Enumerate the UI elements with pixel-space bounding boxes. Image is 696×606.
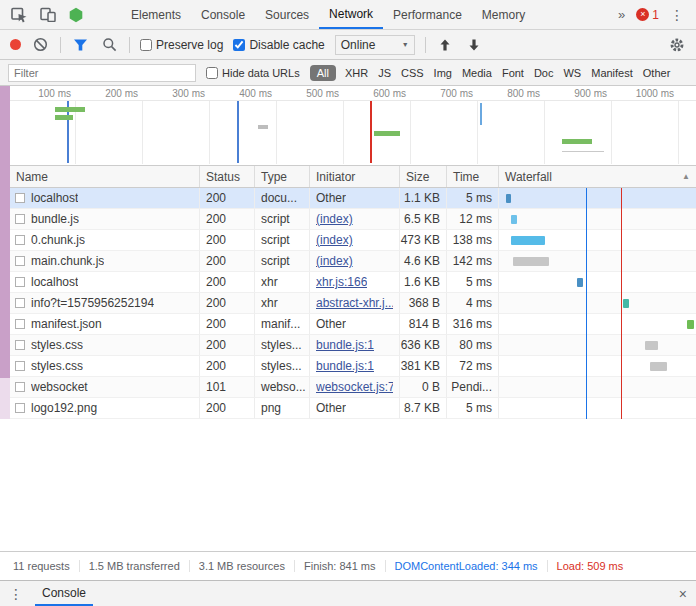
table-row[interactable]: main.chunk.js200script(index)4.6 KB142 m… bbox=[10, 251, 696, 272]
waterfall-guide-load bbox=[621, 188, 622, 419]
file-icon bbox=[15, 382, 25, 392]
device-toolbar-icon[interactable] bbox=[38, 5, 57, 24]
filter-type-img[interactable]: Img bbox=[433, 65, 453, 81]
table-row[interactable]: localhost200docu...Other1.1 KB5 ms bbox=[10, 188, 696, 209]
initiator-link[interactable]: (index) bbox=[316, 233, 353, 247]
initiator-link[interactable]: websocket.js:7 bbox=[316, 380, 393, 394]
hide-data-urls-input[interactable] bbox=[206, 67, 218, 79]
filter-type-all[interactable]: All bbox=[310, 65, 336, 81]
filter-type-css[interactable]: CSS bbox=[400, 65, 425, 81]
overview-mark bbox=[562, 139, 592, 144]
drawer-kebab-menu-icon[interactable]: ⋮ bbox=[9, 586, 23, 602]
table-row[interactable]: manifest.json200manif...Other814 B316 ms bbox=[10, 314, 696, 335]
column-header-status[interactable]: Status bbox=[200, 166, 255, 187]
request-name: localhost bbox=[31, 275, 78, 289]
react-devtools-hexagon-icon[interactable] bbox=[66, 5, 85, 24]
column-header-type[interactable]: Type bbox=[255, 166, 310, 187]
throttling-dropdown[interactable]: Online ▼ bbox=[335, 35, 415, 55]
initiator-link[interactable]: (index) bbox=[316, 254, 353, 268]
filter-funnel-icon[interactable] bbox=[71, 35, 90, 54]
cell-status: 200 bbox=[200, 398, 255, 419]
table-row[interactable]: 0.chunk.js200script(index)473 KB138 ms bbox=[10, 230, 696, 251]
cell-status: 200 bbox=[200, 293, 255, 314]
tab-performance[interactable]: Performance bbox=[383, 0, 472, 29]
column-header-name[interactable]: Name bbox=[10, 166, 200, 187]
cell-initiator: xhr.js:166 bbox=[310, 272, 400, 293]
waterfall-bar bbox=[687, 320, 694, 329]
column-header-time[interactable]: Time bbox=[447, 166, 499, 187]
filter-type-ws[interactable]: WS bbox=[562, 65, 582, 81]
import-har-icon[interactable] bbox=[436, 35, 455, 54]
disable-cache-checkbox[interactable]: Disable cache bbox=[233, 38, 324, 52]
clear-icon[interactable] bbox=[31, 35, 50, 54]
file-icon bbox=[15, 403, 25, 413]
column-header-waterfall[interactable]: Waterfall▲ bbox=[499, 166, 696, 187]
filter-type-manifest[interactable]: Manifest bbox=[590, 65, 634, 81]
cell-initiator: abstract-xhr.j... bbox=[310, 293, 400, 314]
kebab-menu-icon[interactable]: ⋮ bbox=[670, 7, 684, 23]
initiator-link[interactable]: bundle.js:1 bbox=[316, 338, 374, 352]
error-badge[interactable]: × 1 bbox=[636, 8, 659, 22]
filter-type-other[interactable]: Other bbox=[642, 65, 672, 81]
overview-timeline[interactable]: 100 ms200 ms300 ms400 ms500 ms600 ms700 … bbox=[10, 86, 696, 166]
gear-icon[interactable] bbox=[667, 35, 686, 54]
column-header-size[interactable]: Size bbox=[400, 166, 447, 187]
table-row[interactable]: websocket101webso...websocket.js:70 BPen… bbox=[10, 377, 696, 398]
column-header-initiator[interactable]: Initiator bbox=[310, 166, 400, 187]
table-row[interactable]: styles.css200styles...bundle.js:1381 KB7… bbox=[10, 356, 696, 377]
initiator-link[interactable]: (index) bbox=[316, 212, 353, 226]
cell-initiator: Other bbox=[310, 398, 400, 419]
search-icon[interactable] bbox=[100, 35, 119, 54]
table-row[interactable]: styles.css200styles...bundle.js:1636 KB8… bbox=[10, 335, 696, 356]
table-row[interactable]: localhost200xhrxhr.js:1661.6 KB5 ms bbox=[10, 272, 696, 293]
overview-graph bbox=[10, 101, 696, 164]
cell-waterfall bbox=[499, 335, 696, 356]
filter-type-js[interactable]: JS bbox=[377, 65, 392, 81]
tab-elements[interactable]: Elements bbox=[121, 0, 191, 29]
table-row[interactable]: bundle.js200script(index)6.5 KB12 ms bbox=[10, 209, 696, 230]
cell-waterfall bbox=[499, 377, 696, 398]
grid-line bbox=[343, 101, 344, 164]
filter-type-media[interactable]: Media bbox=[461, 65, 493, 81]
table-row[interactable]: logo192.png200pngOther8.7 KB5 ms bbox=[10, 398, 696, 419]
cell-status: 200 bbox=[200, 335, 255, 356]
tab-sources[interactable]: Sources bbox=[255, 0, 319, 29]
cell-initiator: Other bbox=[310, 314, 400, 335]
disable-cache-input[interactable] bbox=[233, 39, 245, 51]
initiator-link[interactable]: abstract-xhr.j... bbox=[316, 296, 393, 310]
filter-type-doc[interactable]: Doc bbox=[533, 65, 555, 81]
ruler-tick-label: 300 ms bbox=[157, 88, 205, 99]
table-row[interactable]: info?t=1575956252194200xhrabstract-xhr.j… bbox=[10, 293, 696, 314]
cell-time: 5 ms bbox=[447, 272, 499, 293]
cell-status: 200 bbox=[200, 251, 255, 272]
drawer-tab-console[interactable]: Console bbox=[35, 581, 93, 606]
record-button[interactable] bbox=[10, 39, 21, 50]
waterfall-guide-dcl bbox=[586, 188, 587, 419]
filter-type-font[interactable]: Font bbox=[501, 65, 525, 81]
filter-input[interactable] bbox=[8, 64, 196, 82]
filter-type-xhr[interactable]: XHR bbox=[344, 65, 369, 81]
cell-name: 0.chunk.js bbox=[10, 230, 200, 251]
file-icon bbox=[15, 277, 25, 287]
more-panels-chevron-icon[interactable]: » bbox=[618, 7, 625, 22]
tab-memory[interactable]: Memory bbox=[472, 0, 535, 29]
tab-network[interactable]: Network bbox=[319, 0, 383, 29]
grid-line bbox=[410, 101, 411, 164]
close-drawer-icon[interactable]: × bbox=[679, 586, 687, 602]
tab-console[interactable]: Console bbox=[191, 0, 255, 29]
cell-size: 473 KB bbox=[400, 230, 447, 251]
preserve-log-checkbox[interactable]: Preserve log bbox=[140, 38, 223, 52]
initiator-link[interactable]: xhr.js:166 bbox=[316, 275, 367, 289]
ruler-tick-label: 500 ms bbox=[291, 88, 339, 99]
hide-data-urls-checkbox[interactable]: Hide data URLs bbox=[206, 67, 300, 79]
grid-line bbox=[276, 101, 277, 164]
export-har-icon[interactable] bbox=[465, 35, 484, 54]
inspect-element-icon[interactable] bbox=[10, 5, 29, 24]
initiator-link[interactable]: bundle.js:1 bbox=[316, 359, 374, 373]
cell-waterfall bbox=[499, 272, 696, 293]
cell-size: 636 KB bbox=[400, 335, 447, 356]
network-toolbar: Preserve log Disable cache Online ▼ bbox=[0, 30, 696, 60]
preserve-log-label: Preserve log bbox=[156, 38, 223, 52]
preserve-log-input[interactable] bbox=[140, 39, 152, 51]
cell-waterfall bbox=[499, 314, 696, 335]
